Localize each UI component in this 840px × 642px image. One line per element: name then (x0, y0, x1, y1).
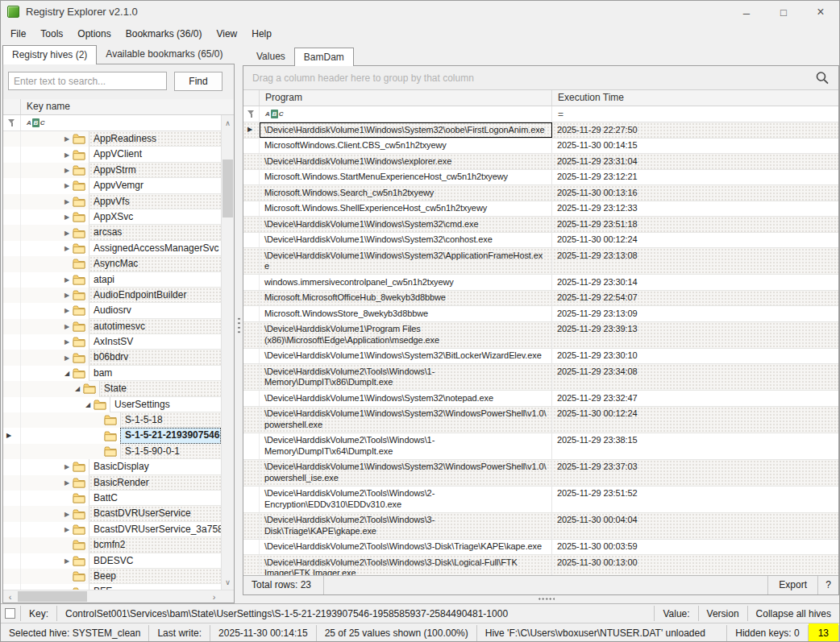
table-row[interactable]: Microsoft.MicrosoftOfficeHub_8wekyb3d8bb… (243, 291, 838, 307)
filter-funnel-icon[interactable] (247, 110, 255, 118)
export-button[interactable]: Export (767, 576, 817, 594)
expand-arrow-icon[interactable]: ▶ (61, 272, 73, 288)
expand-arrow-icon[interactable]: ▶ (61, 506, 73, 521)
tree-node[interactable]: ◢ State (3, 381, 221, 396)
tree-node[interactable]: ▶ AssignedAccessManagerSvc (3, 241, 221, 256)
search-input[interactable] (8, 72, 167, 90)
tree-node[interactable]: ◢ bam (3, 366, 221, 381)
tree-node[interactable]: ▶ BcastDVRUserService (3, 506, 221, 521)
expand-arrow-icon[interactable] (61, 569, 73, 584)
help-button[interactable]: ? (817, 576, 838, 594)
expand-arrow-icon[interactable]: ◢ (82, 397, 94, 412)
tree-node[interactable]: ▶ BDESVC (3, 553, 221, 569)
expand-arrow-icon[interactable]: ▶ (61, 178, 73, 193)
table-row[interactable]: \Device\HarddiskVolume1\Windows\System32… (243, 349, 838, 365)
table-row[interactable]: \Device\HarddiskVolume2\Tools\Windows\1-… (243, 364, 838, 391)
expand-arrow-icon[interactable]: ▶ (61, 553, 73, 569)
table-row[interactable]: \Device\HarddiskVolume1\Windows\System32… (243, 407, 838, 433)
expand-arrow-icon[interactable]: ▶ (61, 459, 73, 474)
expand-arrow-icon[interactable]: ▶ (61, 303, 73, 318)
table-row[interactable]: \Device\HarddiskVolume2\Tools\Windows\3-… (243, 540, 838, 556)
expand-arrow-icon[interactable] (93, 412, 104, 428)
table-row[interactable]: \Device\HarddiskVolume1\Windows\System32… (243, 248, 838, 275)
version-button[interactable]: Version (699, 608, 747, 619)
table-row[interactable]: Microsoft.Windows.Search_cw5n1h2txyewy 2… (243, 185, 838, 201)
tree-node[interactable]: AsyncMac (3, 256, 221, 271)
table-row[interactable]: \Device\HarddiskVolume2\Tools\Windows\3-… (243, 513, 838, 540)
tree-node[interactable]: ▶ BFE (3, 584, 221, 590)
table-row[interactable]: Microsoft.WindowsStore_8wekyb3d8bbwe 202… (243, 306, 838, 322)
expand-arrow-icon[interactable]: ▶ (61, 163, 73, 178)
tree-node[interactable]: S-1-5-90-0-1 (3, 444, 221, 459)
maximize-button[interactable] (765, 1, 802, 23)
tree-node[interactable]: BattC (3, 491, 221, 506)
menu-view[interactable]: View (209, 25, 244, 43)
find-button[interactable]: Find (174, 72, 222, 91)
tree-node[interactable]: S-1-5-18 (3, 412, 221, 428)
close-button[interactable] (802, 1, 839, 23)
program-filter-cell[interactable] (260, 106, 552, 122)
tree-node[interactable]: bcmfn2 (3, 537, 221, 553)
menu-help[interactable]: Help (244, 25, 279, 43)
expand-arrow-icon[interactable]: ▶ (61, 350, 73, 365)
table-row[interactable]: \Device\HarddiskVolume1\Windows\System32… (243, 391, 838, 407)
tab-registry-hives[interactable]: Registry hives (2) (2, 45, 97, 64)
filter-funnel-icon[interactable] (8, 119, 15, 126)
tree-node[interactable]: ▶ AppReadiness (3, 131, 221, 147)
expand-arrow-icon[interactable] (93, 444, 104, 459)
tab-values[interactable]: Values (247, 48, 294, 66)
tree-node[interactable]: ▶ BasicRender (3, 475, 221, 491)
table-row[interactable]: \Device\HarddiskVolume1\Windows\explorer… (243, 154, 838, 170)
table-row[interactable]: MicrosoftWindows.Client.CBS_cw5n1h2txyew… (243, 139, 838, 155)
search-icon[interactable] (814, 70, 830, 86)
tree-node[interactable]: ▶ atapi (3, 272, 221, 288)
table-row[interactable]: \Device\HarddiskVolume1\Windows\System32… (243, 233, 838, 249)
menu-file[interactable]: File (3, 25, 33, 43)
table-row[interactable]: \Device\HarddiskVolume2\Tools\Windows\1-… (243, 433, 838, 460)
vertical-splitter-handle[interactable] (237, 317, 241, 333)
tab-available-bookmarks[interactable]: Available bookmarks (65/0) (97, 45, 231, 64)
key-name-column-header[interactable]: Key name (21, 99, 234, 114)
table-row[interactable]: \Device\HarddiskVolume1\Windows\System32… (243, 460, 838, 487)
tree-node[interactable]: ◢ UserSettings (3, 397, 221, 412)
menu-tools[interactable]: Tools (33, 25, 70, 43)
key-checkbox[interactable] (5, 608, 15, 619)
time-filter-cell[interactable]: = (552, 106, 838, 122)
expand-arrow-icon[interactable]: ▶ (61, 288, 73, 303)
menu-options[interactable]: Options (70, 25, 118, 43)
expand-arrow-icon[interactable] (61, 491, 73, 506)
tree-node[interactable]: ▶ BasicDisplay (3, 459, 221, 474)
tree-filter-cell[interactable] (21, 115, 234, 130)
tree-node[interactable]: ▶ b06bdrv (3, 350, 221, 365)
expand-arrow-icon[interactable]: ◢ (72, 381, 83, 396)
table-row[interactable]: Microsoft.Windows.StartMenuExperienceHos… (243, 170, 838, 186)
expand-arrow-icon[interactable]: ▶ (61, 319, 73, 334)
expand-arrow-icon[interactable]: ▶ (61, 522, 73, 537)
execution-time-column-header[interactable]: Execution Time (552, 90, 838, 106)
expand-arrow-icon[interactable] (93, 428, 104, 443)
scroll-down-icon[interactable] (222, 576, 234, 588)
table-row[interactable]: ▶ \Device\HarddiskVolume1\Windows\System… (243, 122, 838, 139)
tree-vertical-scrollbar[interactable] (221, 115, 234, 590)
expand-arrow-icon[interactable]: ▶ (61, 584, 73, 590)
tree-node[interactable]: ▶ AppvVfs (3, 194, 221, 209)
tree-node[interactable]: ▶ AxInstSV (3, 334, 221, 350)
group-by-bar[interactable]: Drag a column header here to group by th… (243, 66, 838, 90)
scroll-up-icon[interactable] (222, 117, 234, 129)
expand-arrow-icon[interactable]: ▶ (61, 475, 73, 491)
program-column-header[interactable]: Program (260, 90, 552, 106)
tree-node[interactable]: ▶ Audiosrv (3, 303, 221, 318)
table-row[interactable]: \Device\HarddiskVolume2\Tools\Windows\3-… (243, 555, 838, 575)
collapse-all-hives-button[interactable]: Collapse all hives (748, 608, 839, 619)
tree-node[interactable]: ▶ arcsas (3, 225, 221, 240)
tree-node[interactable]: ▶ AppvStrm (3, 163, 221, 178)
tree-node[interactable]: ▶ S-1-5-21-2193907546- (3, 428, 221, 443)
table-row[interactable]: \Device\HarddiskVolume1\Program Files (x… (243, 322, 838, 349)
table-row[interactable]: Microsoft.Windows.ShellExperienceHost_cw… (243, 201, 838, 217)
tree-node[interactable]: ▶ AppvVemgr (3, 178, 221, 193)
tree-node[interactable]: ▶ BcastDVRUserService_3a758 (3, 522, 221, 537)
tree-node[interactable]: ▶ AppVClient (3, 147, 221, 162)
table-row[interactable]: \Device\HarddiskVolume1\Windows\System32… (243, 217, 838, 233)
menu-bookmarks[interactable]: Bookmarks (36/0) (119, 25, 210, 43)
horizontal-scroll-thumb[interactable] (18, 591, 87, 602)
